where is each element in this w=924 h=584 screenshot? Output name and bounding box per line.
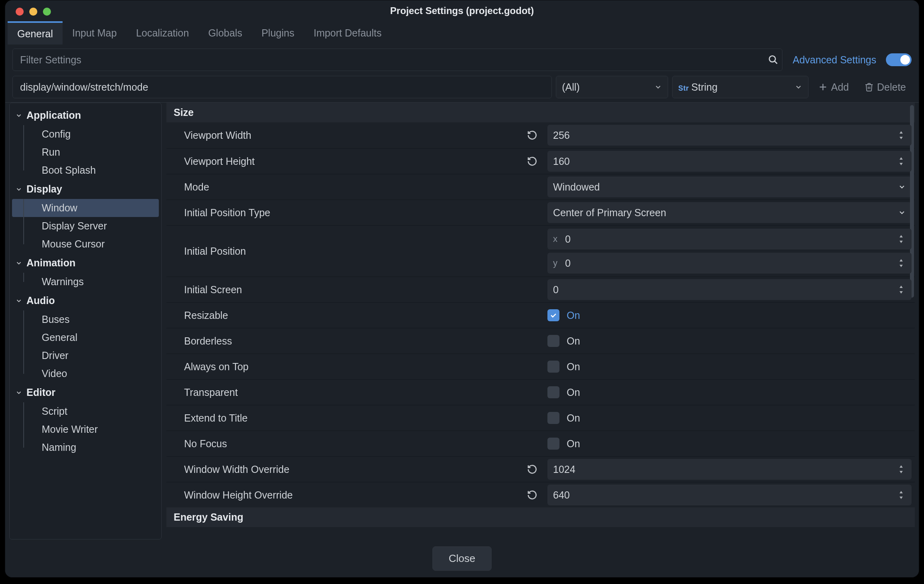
close-button[interactable]: Close — [432, 546, 492, 571]
svg-marker-16 — [900, 491, 903, 493]
sidebar-item-warnings[interactable]: Warnings — [10, 273, 161, 291]
category-application[interactable]: Application — [10, 105, 161, 125]
tab-import-defaults[interactable]: Import Defaults — [304, 21, 391, 45]
add-button[interactable]: Add — [813, 76, 854, 98]
sidebar-item-label: Warnings — [42, 276, 84, 288]
sidebar-item-label: Run — [42, 146, 60, 158]
dialog-footer: Close — [5, 539, 919, 577]
category-label: Animation — [26, 257, 75, 269]
no_focus-checkbox[interactable] — [547, 438, 559, 450]
filter-input[interactable] — [13, 54, 764, 66]
tab-localization[interactable]: Localization — [126, 21, 199, 45]
prop-initial_screen: Initial Screen0 — [166, 276, 915, 302]
tab-globals[interactable]: Globals — [199, 21, 252, 45]
resizable-checkbox[interactable] — [547, 309, 559, 321]
sidebar-item-naming[interactable]: Naming — [10, 438, 161, 456]
search-icon[interactable] — [764, 51, 782, 69]
sidebar-item-mouse-cursor[interactable]: Mouse Cursor — [10, 235, 161, 253]
spin-arrows-icon[interactable] — [898, 153, 908, 169]
delete-label: Delete — [877, 81, 906, 93]
axis-label: x — [553, 234, 563, 244]
spin-arrows-icon[interactable] — [898, 487, 908, 503]
category-label: Application — [26, 110, 81, 121]
chevron-down-icon — [794, 83, 802, 91]
sidebar-item-movie-writer[interactable]: Movie Writer — [10, 420, 161, 438]
sidebar-item-general[interactable]: General — [10, 328, 161, 347]
win_h_override-spinbox[interactable]: 640 — [547, 485, 912, 505]
check-label: On — [567, 335, 580, 347]
property-path-input[interactable] — [12, 76, 552, 98]
spin-arrows-icon[interactable] — [898, 282, 908, 298]
revert-icon[interactable] — [523, 156, 541, 166]
sidebar-item-window[interactable]: Window — [12, 199, 159, 217]
prop-label: Viewport Width — [184, 130, 521, 141]
svg-marker-17 — [900, 497, 903, 499]
win_w_override-spinbox[interactable]: 1024 — [547, 459, 912, 480]
initial_pos-y-spinbox[interactable]: y0 — [547, 253, 912, 274]
type-dropdown[interactable]: StrString — [672, 76, 808, 98]
spin-value: 0 — [565, 233, 571, 245]
tab-general[interactable]: General — [8, 21, 63, 45]
spin-arrows-icon[interactable] — [898, 231, 908, 247]
spin-arrows-icon[interactable] — [898, 255, 908, 271]
sidebar-item-label: General — [42, 332, 77, 343]
sidebar-item-driver[interactable]: Driver — [10, 347, 161, 365]
svg-marker-10 — [900, 259, 903, 262]
advanced-settings-toggle[interactable] — [886, 53, 912, 66]
sidebar-item-boot-splash[interactable]: Boot Splash — [10, 161, 161, 179]
category-animation[interactable]: Animation — [10, 253, 161, 273]
properties-panel[interactable]: Size Viewport Width256Viewport Height160… — [166, 103, 915, 539]
category-label: Audio — [26, 295, 55, 306]
spin-arrows-icon[interactable] — [898, 127, 908, 143]
prop-value: Center of Primary Screen — [547, 202, 912, 223]
spin-value: 1024 — [553, 464, 575, 475]
spin-arrows-icon[interactable] — [898, 461, 908, 477]
sidebar-item-config[interactable]: Config — [10, 125, 161, 143]
borderless-checkbox[interactable] — [547, 335, 559, 347]
maximize-window-icon[interactable] — [43, 8, 51, 16]
prop-value: 0 — [547, 279, 912, 300]
sidebar-item-label: Boot Splash — [42, 164, 96, 176]
prop-label: Borderless — [184, 335, 521, 347]
section-energy-saving: Energy Saving — [166, 507, 915, 527]
revert-icon[interactable] — [523, 464, 541, 474]
filter-field[interactable] — [12, 49, 782, 71]
initial_screen-spinbox[interactable]: 0 — [547, 279, 912, 300]
transparent-checkbox[interactable] — [547, 386, 559, 398]
section-size: Size — [166, 103, 915, 122]
tab-plugins[interactable]: Plugins — [252, 21, 304, 45]
mode-select[interactable]: Windowed — [547, 176, 912, 197]
category-sidebar[interactable]: ApplicationConfigRunBoot SplashDisplayWi… — [9, 103, 162, 539]
viewport_height-spinbox[interactable]: 160 — [547, 151, 912, 172]
select-value: Center of Primary Screen — [553, 207, 666, 219]
sidebar-item-buses[interactable]: Buses — [10, 310, 161, 328]
category-editor[interactable]: Editor — [10, 383, 161, 402]
viewport_width-spinbox[interactable]: 256 — [547, 125, 912, 146]
check-label: On — [567, 412, 580, 424]
delete-button[interactable]: Delete — [859, 76, 912, 98]
category-display[interactable]: Display — [10, 179, 161, 199]
sidebar-item-video[interactable]: Video — [10, 365, 161, 383]
svg-marker-8 — [900, 235, 903, 237]
feature-profile-dropdown[interactable]: (All) — [556, 76, 668, 98]
minimize-window-icon[interactable] — [29, 8, 37, 16]
add-label: Add — [831, 81, 849, 93]
prop-label: Window Height Override — [184, 489, 521, 501]
tab-input-map[interactable]: Input Map — [63, 21, 126, 45]
close-window-icon[interactable] — [16, 8, 24, 16]
revert-icon[interactable] — [523, 130, 541, 140]
sidebar-item-run[interactable]: Run — [10, 143, 161, 161]
prop-label: Window Width Override — [184, 464, 521, 475]
category-audio[interactable]: Audio — [10, 291, 161, 310]
always_on_top-checkbox[interactable] — [547, 361, 559, 373]
sidebar-item-label: Mouse Cursor — [42, 238, 105, 250]
chevron-down-icon — [14, 389, 23, 396]
spin-value: 160 — [553, 156, 570, 167]
initial_pos-x-spinbox[interactable]: x0 — [547, 229, 912, 249]
prop-viewport_height: Viewport Height160 — [166, 148, 915, 174]
initial_pos_type-select[interactable]: Center of Primary Screen — [547, 202, 912, 223]
revert-icon[interactable] — [523, 490, 541, 500]
sidebar-item-display-server[interactable]: Display Server — [10, 217, 161, 235]
sidebar-item-script[interactable]: Script — [10, 402, 161, 420]
extend_to_title-checkbox[interactable] — [547, 412, 559, 424]
